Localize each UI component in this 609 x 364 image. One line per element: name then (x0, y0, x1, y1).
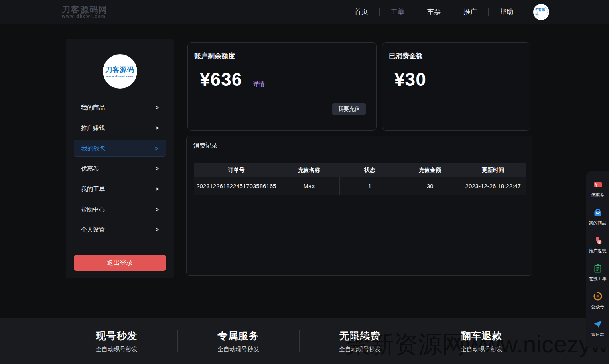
sidebar-item-my-products[interactable]: 我的商品 > (74, 99, 166, 116)
top-navbar: 刀客源码网 www.dkewl.com 首页 工单 车票 推广 帮助 刀客源码 (0, 0, 609, 24)
sidebar-item-coupons[interactable]: 优惠卷 > (74, 160, 166, 177)
user-avatar[interactable]: 刀客源码 (533, 4, 549, 20)
sidebar-logo-url: www.dkewl.com (106, 75, 133, 78)
table-row: 202312261822451703586165 Max 1 30 2023-1… (194, 177, 526, 195)
paper-plane-icon (593, 319, 603, 329)
feature-instant-delivery: 现号秒发 全自动现号秒发 (56, 318, 177, 364)
feature-subtitle: 全自动现号秒发 (461, 346, 503, 353)
balance-detail-link[interactable]: 详情 (253, 81, 264, 88)
feature-title: 现号秒发 (96, 329, 138, 342)
col-header-amount: 充值金额 (400, 163, 460, 177)
footer: 现号秒发 全自动现号秒发 专属服务 全自动现号秒发 无限续费 全自动现号秒发 翻… (0, 318, 609, 364)
nav-link-promotion[interactable]: 推广 (452, 7, 488, 16)
sidebar-item-my-wallet[interactable]: 我的钱包 > (74, 140, 166, 157)
shopping-bag-icon (593, 208, 603, 217)
records-panel: 消费记录 订单号 充值名称 状态 充值金额 更新时间 2023122618224… (186, 136, 532, 276)
footer-features: 现号秒发 全自动现号秒发 专属服务 全自动现号秒发 无限续费 全自动现号秒发 翻… (56, 318, 542, 364)
nav-link-tickets[interactable]: 工单 (380, 7, 416, 16)
feature-subtitle: 全自动现号秒发 (96, 346, 138, 353)
cell-recharge-name: Max (279, 177, 339, 195)
float-item-label: 我的商品 (589, 220, 607, 226)
logout-button[interactable]: 退出登录 (74, 255, 166, 271)
sidebar-item-promotion-earn[interactable]: 推广赚钱 > (74, 120, 166, 136)
site-logo-title: 刀客源码网 (62, 5, 108, 14)
balance-card: 账户剩余额度 ¥636 详情 我要充值 (187, 42, 377, 131)
sidebar-item-label: 我的钱包 (81, 145, 105, 152)
float-item-coupons[interactable]: ¥ 优惠卷 (586, 175, 609, 203)
feature-subtitle: 全自动现号秒发 (339, 346, 381, 353)
feature-title: 翻车退款 (461, 329, 503, 342)
nav-link-help[interactable]: 帮助 (489, 7, 524, 16)
sidebar-item-label: 我的商品 (81, 104, 105, 112)
cell-status: 1 (339, 177, 400, 195)
sidebar-item-help-center[interactable]: 帮助中心 > (74, 201, 166, 218)
cell-amount: 30 (400, 177, 460, 195)
sidebar-menu: 我的商品 > 推广赚钱 > 我的钱包 > 优惠卷 > 我的工单 > 帮助中心 > (66, 99, 174, 238)
feature-subtitle: 全自动现号秒发 (217, 346, 259, 353)
consumed-amount: ¥30 (394, 69, 426, 90)
col-header-order-no: 订单号 (194, 163, 279, 177)
user-avatar-text: 刀客源码 (535, 6, 548, 18)
feature-title: 专属服务 (218, 329, 259, 342)
float-item-promo-cashback[interactable]: ¥ 推广返现 (586, 231, 609, 259)
col-header-status: 状态 (339, 163, 400, 177)
nav-link-passes[interactable]: 车票 (416, 7, 452, 16)
sidebar-logo-text: 刀客源码 (106, 65, 134, 74)
sidebar-item-label: 帮助中心 (81, 206, 105, 213)
feature-unlimited-renewal: 无限续费 全自动现号秒发 (299, 318, 421, 364)
cell-updated-time: 2023-12-26 18:22:47 (460, 177, 526, 195)
official-account-icon (593, 291, 603, 301)
chevron-right-icon: > (156, 104, 159, 111)
sidebar-logo: 刀客源码 www.dkewl.com (103, 54, 137, 89)
sidebar-divider (75, 95, 165, 95)
chevron-right-icon: > (156, 165, 159, 172)
balance-card-title: 账户剩余额度 (194, 51, 376, 61)
chevron-right-icon: > (156, 206, 159, 212)
chevron-right-icon: > (156, 186, 159, 192)
site-logo[interactable]: 刀客源码网 www.dkewl.com (62, 5, 108, 19)
coupon-icon: ¥ (593, 180, 603, 189)
float-item-online-ticket[interactable]: 在线工单 (586, 259, 609, 287)
col-header-recharge-name: 充值名称 (279, 163, 339, 177)
float-item-official-account[interactable]: 公众号 (586, 287, 609, 315)
nav-links: 首页 工单 车票 推广 帮助 刀客源码 (343, 4, 549, 20)
sidebar-item-personal-settings[interactable]: 个人设置 > (74, 221, 166, 238)
clipboard-icon (593, 264, 603, 273)
sidebar-item-my-tickets[interactable]: 我的工单 > (74, 181, 166, 197)
float-item-label: 推广返现 (589, 248, 607, 254)
sidebar-item-label: 推广赚钱 (81, 124, 105, 132)
sidebar-item-label: 个人设置 (81, 226, 105, 234)
table-header-row: 订单号 充值名称 状态 充值金额 更新时间 (194, 163, 526, 177)
site-logo-url: www.dkewl.com (62, 14, 108, 19)
sidebar-item-label: 我的工单 (81, 185, 105, 193)
feature-refund-guarantee: 翻车退款 全自动现号秒发 (421, 318, 542, 364)
feature-title: 无限续费 (339, 329, 381, 342)
float-item-label: 在线工单 (589, 276, 607, 282)
svg-text:¥: ¥ (595, 183, 597, 187)
records-panel-title: 消费记录 (193, 142, 532, 150)
panel-divider (187, 155, 532, 155)
sidebar-item-label: 优惠卷 (81, 165, 99, 173)
balance-amount: ¥636 (200, 69, 242, 90)
feature-exclusive-service: 专属服务 全自动现号秒发 (177, 318, 299, 364)
cell-order-no: 202312261822451703586165 (194, 177, 279, 195)
recharge-button[interactable]: 我要充值 (332, 103, 366, 115)
chevron-right-icon: > (155, 145, 158, 152)
svg-text:¥: ¥ (598, 240, 600, 244)
consumed-card-title: 已消费金额 (389, 51, 530, 61)
float-item-label: 售后群 (591, 332, 604, 338)
float-item-label: 优惠卷 (591, 192, 604, 198)
floating-quick-menu: ¥ 优惠卷 我的商品 ¥ 推广返现 (586, 171, 609, 348)
chevron-right-icon: > (156, 226, 159, 233)
chevron-right-icon: > (156, 125, 159, 131)
float-item-aftersale-group[interactable]: 售后群 (586, 315, 609, 342)
float-item-label: 公众号 (591, 304, 604, 310)
sidebar: 刀客源码 www.dkewl.com 我的商品 > 推广赚钱 > 我的钱包 > … (66, 39, 174, 278)
float-item-my-products[interactable]: 我的商品 (586, 203, 609, 231)
col-header-updated-time: 更新时间 (460, 163, 526, 177)
records-table: 订单号 充值名称 状态 充值金额 更新时间 202312261822451703… (194, 163, 526, 195)
consumed-card: 已消费金额 ¥30 (382, 42, 530, 131)
nav-link-home[interactable]: 首页 (343, 7, 379, 16)
page: 刀客源码网 www.dkewl.com 首页 工单 车票 推广 帮助 刀客源码 … (0, 0, 609, 364)
cashback-icon: ¥ (593, 236, 603, 245)
